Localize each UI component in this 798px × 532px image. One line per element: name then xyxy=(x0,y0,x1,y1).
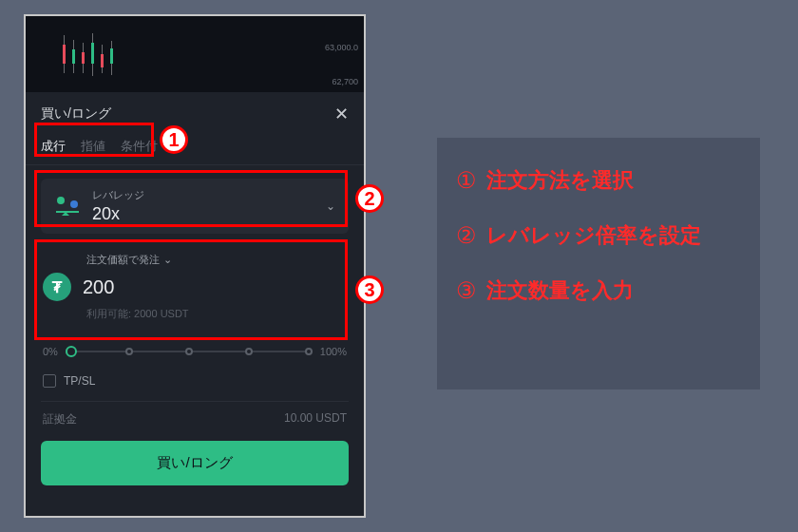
buy-long-button[interactable]: 買い/ロング xyxy=(41,441,349,485)
slider-tick xyxy=(245,348,253,355)
slider-thumb[interactable] xyxy=(66,346,77,357)
leverage-selector[interactable]: レバレッジ 20x ⌄ xyxy=(41,179,349,234)
usdt-token-icon: ₮ xyxy=(43,273,71,301)
tpsl-toggle-row[interactable]: TP/SL xyxy=(41,367,349,395)
legend-item: ② レバレッジ倍率を設定 xyxy=(456,221,741,250)
margin-row: 証拠金 10.00 USDT xyxy=(41,401,349,441)
chevron-down-icon: ⌄ xyxy=(326,200,335,213)
order-type-tabs: 成行 指値 条件付 xyxy=(26,132,364,165)
slider-tick xyxy=(185,348,193,355)
sheet-title: 買い/ロング xyxy=(41,105,111,123)
price-chart: 63,000.0 62,700 xyxy=(26,16,364,92)
svg-point-1 xyxy=(70,200,78,208)
legend-text-1: 注文方法を選択 xyxy=(486,166,634,195)
slider-tick xyxy=(125,348,133,355)
leverage-label: レバレッジ xyxy=(92,188,314,202)
leverage-icon xyxy=(54,195,81,218)
amount-mode-selector[interactable]: 注文価額で発注 ⌄ xyxy=(86,253,347,267)
legend-item: ③ 注文数量を入力 xyxy=(456,276,741,305)
margin-value: 10.00 USDT xyxy=(284,411,347,428)
available-balance: 利用可能: 2000 USDT xyxy=(86,307,347,321)
amount-input[interactable]: 200 xyxy=(83,276,114,298)
callout-badge-3: 3 xyxy=(355,276,384,304)
chart-price-lower: 62,700 xyxy=(332,77,358,86)
legend-text-2: レバレッジ倍率を設定 xyxy=(486,221,701,250)
amount-mode-label: 注文価額で発注 xyxy=(86,253,160,267)
slider-tick xyxy=(305,348,313,355)
chevron-down-icon: ⌄ xyxy=(163,254,172,266)
legend-item: ① 注文方法を選択 xyxy=(456,166,741,195)
sheet-body: レバレッジ 20x ⌄ 注文価額で発注 ⌄ ₮ 200 利用可能: 2000 U… xyxy=(26,165,364,495)
tpsl-label: TP/SL xyxy=(64,374,95,388)
legend-num-1: ① xyxy=(456,167,477,194)
margin-label: 証拠金 xyxy=(43,411,77,428)
tpsl-checkbox[interactable] xyxy=(43,374,56,388)
svg-point-0 xyxy=(57,197,65,204)
percentage-slider[interactable]: 0% 100% xyxy=(41,332,349,367)
slider-max-label: 100% xyxy=(320,346,347,357)
order-sheet: 買い/ロング ✕ 成行 指値 条件付 レバレッジ xyxy=(26,92,364,516)
tab-conditional[interactable]: 条件付 xyxy=(121,138,158,155)
callout-badge-2: 2 xyxy=(355,184,384,213)
slider-track[interactable] xyxy=(66,351,313,352)
sheet-header: 買い/ロング ✕ xyxy=(26,92,364,132)
tab-limit[interactable]: 指値 xyxy=(81,138,105,155)
callout-badge-1: 1 xyxy=(160,125,188,154)
slider-min-label: 0% xyxy=(43,346,58,357)
legend-num-3: ③ xyxy=(456,277,477,304)
legend-text-3: 注文数量を入力 xyxy=(486,276,634,305)
chart-price-upper: 63,000.0 xyxy=(325,43,358,52)
leverage-value: 20x xyxy=(92,204,314,224)
trading-sheet-panel: 63,000.0 62,700 買い/ロング ✕ 成行 指値 条件付 xyxy=(24,14,366,518)
tab-market[interactable]: 成行 xyxy=(41,138,66,155)
legend-num-2: ② xyxy=(456,222,477,249)
legend-panel: ① 注文方法を選択 ② レバレッジ倍率を設定 ③ 注文数量を入力 xyxy=(437,138,760,390)
amount-section: 注文価額で発注 ⌄ ₮ 200 利用可能: 2000 USDT xyxy=(41,249,349,325)
close-icon[interactable]: ✕ xyxy=(334,104,349,124)
